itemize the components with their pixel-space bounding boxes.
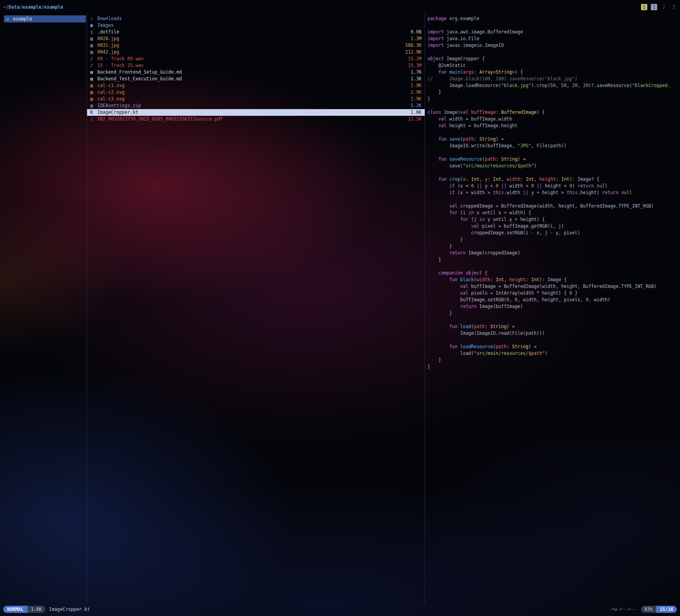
terminal-file-manager: ~/Data/example/example 1123 ▭example ⇩Do… [0,0,680,616]
file-row[interactable]: ▧cal-c3.svg2.9K [87,96,425,102]
audio-file-icon: ♪ [90,62,97,69]
tab-bar: 1123 [641,4,677,10]
code-line [427,49,677,56]
code-line: for (i in x until x + width) { [427,210,677,216]
breadcrumb-path: ~/Data/example/example [3,4,63,10]
code-line: save("src/main/resources/$path") [427,163,677,169]
file-row[interactable]: ▨0028.jpg1.3M [87,35,425,42]
code-line: fun load(path: String) = [427,323,677,330]
file-row[interactable]: ▤Backend_Frontend_Setup_Guide.md1.7K [87,69,425,76]
code-line: fun saveResource(path: String) = [427,156,677,163]
image-file-icon: ▨ [90,49,97,56]
code-line: object ImageCropper { [427,56,677,62]
kotlin-file-icon: K [90,109,97,116]
file-size: 586.3K [405,42,422,49]
code-line: package org.example [427,15,677,22]
file-row[interactable]: ▨0031.jpg586.3K [87,42,425,49]
indicator-badge[interactable]: 1 [641,4,647,10]
code-line: croppedImage.setRGB(i - x, j - y, pixel) [427,230,677,236]
code-line: } [427,310,677,317]
file-row[interactable]: KImageCropper.kt1.6K [87,109,425,116]
file-row[interactable]: ▯.dotfile0.0B [87,29,425,35]
code-line: } [427,357,677,364]
code-line: import javax.imageio.ImageIO [427,42,677,49]
code-line: ImageIO.write(buffImage, "JPG", File(pat… [427,143,677,149]
file-row[interactable]: ▤Backend_Test_Execution_Guide.md1.3K [87,76,425,82]
file-row[interactable]: ⇩Downloads [87,15,425,22]
code-line: } [427,96,677,102]
header: ~/Data/example/example 1123 [3,2,677,12]
file-name: IDEAsettings.zip [97,102,407,109]
file-size: 15.3M [408,56,422,62]
file-name: Images [97,22,418,29]
code-line: for (j in y until y + height) { [427,216,677,223]
code-line: } [427,243,677,250]
file-row[interactable]: ▧cal-c2.svg2.9K [87,89,425,96]
file-name: 15 - Track 15.wav [97,62,405,69]
code-line: val pixels = IntArray(width * height) { … [427,290,677,297]
tab-1[interactable]: 1 [651,4,657,10]
code-line: val height = buffImage.height [427,122,677,129]
file-row[interactable]: ▥IDEAsettings.zip5.2K [87,102,425,109]
file-name: Downloads [97,15,418,22]
file-row[interactable]: ♪09 - Track 09.wav15.3M [87,56,425,62]
code-line: fun black(width: Int, height: Int): Imag… [427,276,677,283]
code-line: val pixel = buffImage.getRGB(i, j) [427,223,677,230]
file-row[interactable]: ▯SBI_0032013739_2023_DE05_0003155631Invo… [87,116,425,122]
file-size: 2.9K [411,89,422,96]
file-name: SBI_0032013739_2023_DE05_0003155631Invoi… [97,116,405,122]
code-line [427,22,677,29]
code-line [427,102,677,109]
file-size: 1.7K [411,69,422,76]
status-right: -rw-r--r-- 93% 15/16 [609,606,677,613]
svg-file-icon: ▧ [90,96,97,102]
images-folder-icon: ▣ [90,22,97,29]
file-row[interactable]: ▣Images [87,22,425,29]
status-filename: ImageCropper.kt [49,607,90,612]
code-line: companion object { [427,270,677,276]
code-line [427,149,677,156]
code-line: buffImage.setRGB(0, 0, width, height, pi… [427,297,677,303]
folder-icon: ▭ [6,15,13,22]
file-size: 1.3M [411,35,422,42]
code-line: } [427,236,677,243]
file-size: 2.9K [411,82,422,89]
file-list: ⇩Downloads▣Images▯.dotfile0.0B▨0028.jpg1… [87,13,425,603]
code-line [427,263,677,270]
code-line: if (x + width > this.width || y + height… [427,189,677,196]
image-file-icon: ▨ [90,42,97,49]
file-size: 1.6K [411,109,422,116]
code-line: load("src/main/resources/$path") [427,350,677,357]
file-icon: ▯ [90,29,97,35]
pdf-file-icon: ▯ [90,116,97,122]
file-size: 0.0B [411,29,422,35]
file-name: 0042.jpg [97,49,402,56]
markdown-file-icon: ▤ [90,76,97,82]
file-row[interactable]: ▧cal-c1.svg2.9K [87,82,425,89]
code-line [427,129,677,136]
code-line: import java.io.File [427,35,677,42]
zip-file-icon: ▥ [90,102,97,109]
file-size: 212.9K [405,49,422,56]
file-name: Backend_Frontend_Setup_Guide.md [97,69,407,76]
file-name: .dotfile [97,29,407,35]
file-row[interactable]: ♪15 - Track 15.wav15.3M [87,62,425,69]
file-name: 0031.jpg [97,42,402,49]
parent-dir-row[interactable]: ▭example [4,15,86,22]
tab-3[interactable]: 3 [671,4,677,10]
file-name: cal-c1.svg [97,82,407,89]
code-line: fun crop(x: Int, y: Int, width: Int, hei… [427,176,677,183]
file-row[interactable]: ▨0042.jpg212.9K [87,49,425,56]
code-line: class Image(val buffImage: BufferedImage… [427,109,677,116]
file-size-badge: 1.6K [28,606,46,613]
scroll-percent-badge: 93% [641,606,656,613]
code-line: val croppedImage = BufferedImage(width, … [427,203,677,210]
tab-2[interactable]: 2 [661,4,667,10]
status-left: NORMAL 1.6K ImageCropper.kt [3,606,90,613]
mode-badge: NORMAL [3,606,28,613]
file-size: 15.3M [408,62,422,69]
code-line: @JvmStatic [427,62,677,69]
code-line: return Image(buffImage) [427,303,677,310]
permissions-text: -rw-r--r-- [609,607,636,612]
code-line: import java.awt.image.BufferedImage [427,29,677,35]
